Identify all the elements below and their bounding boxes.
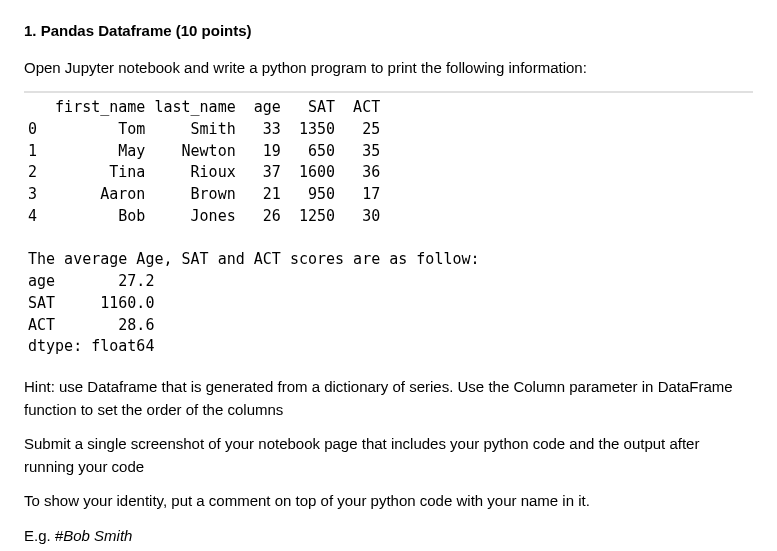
example-name: #Bob Smith — [55, 527, 133, 544]
table-row: 0 Tom Smith 33 1350 25 — [28, 120, 380, 138]
table-row: 2 Tina Rioux 37 1600 36 — [28, 163, 380, 181]
table-header: first_name last_name age SAT ACT — [28, 98, 380, 116]
example-prefix: E.g. — [24, 527, 55, 544]
dtype-line: dtype: float64 — [28, 337, 154, 355]
average-age: age 27.2 — [28, 272, 154, 290]
identity-text: To show your identity, put a comment on … — [24, 490, 753, 513]
average-act: ACT 28.6 — [28, 316, 154, 334]
hint-text: Hint: use Dataframe that is generated fr… — [24, 376, 753, 421]
averages-title: The average Age, SAT and ACT scores are … — [28, 250, 480, 268]
question-heading: 1. Pandas Dataframe (10 points) — [24, 20, 753, 43]
output-block: first_name last_name age SAT ACT 0 Tom S… — [24, 91, 753, 358]
intro-text: Open Jupyter notebook and write a python… — [24, 57, 753, 80]
submit-text: Submit a single screenshot of your noteb… — [24, 433, 753, 478]
average-sat: SAT 1160.0 — [28, 294, 154, 312]
table-row: 4 Bob Jones 26 1250 30 — [28, 207, 380, 225]
table-row: 1 May Newton 19 650 35 — [28, 142, 380, 160]
example-line: E.g. #Bob Smith — [24, 525, 753, 548]
table-row: 3 Aaron Brown 21 950 17 — [28, 185, 380, 203]
